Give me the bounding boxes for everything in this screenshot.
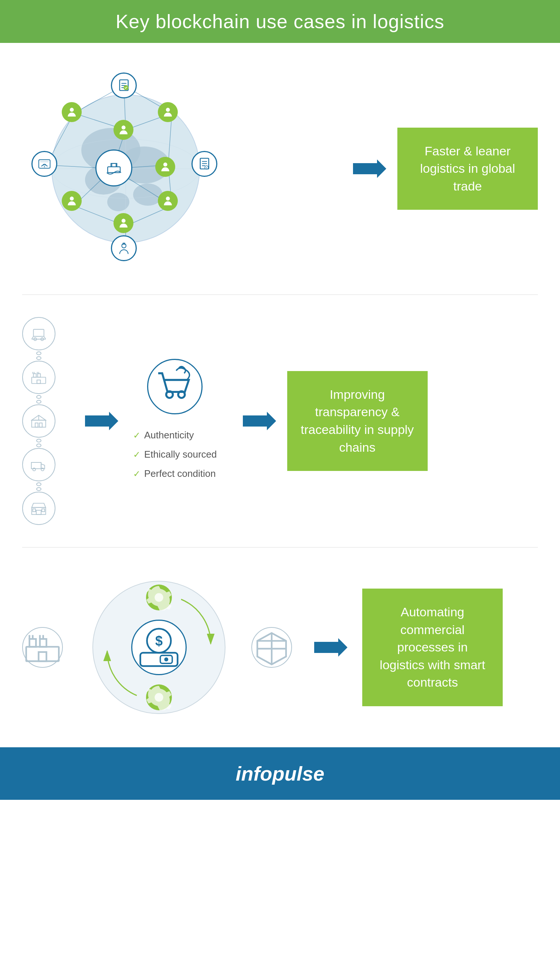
svg-point-98: [164, 658, 168, 661]
store-circle: [22, 492, 56, 525]
chain-item-truck: [22, 448, 56, 481]
person-7-icon: [118, 217, 129, 229]
svg-rect-67: [35, 423, 38, 427]
result-text-1: Faster & leaner logistics in global trad…: [408, 142, 527, 195]
mining-cart-icon: [30, 325, 47, 342]
smart-factory-icon: [23, 631, 62, 664]
wifi-icon: [37, 157, 51, 171]
svg-point-80: [178, 391, 185, 398]
node-person-6: [158, 191, 178, 211]
smart-gear-top: [146, 584, 172, 610]
chain-item-factory: [22, 361, 56, 394]
section1-right: Faster & leaner logistics in global trad…: [229, 128, 538, 210]
node-receipt: $: [191, 151, 217, 177]
svg-text:$: $: [155, 634, 163, 648]
globe-diagram: $: [22, 65, 229, 272]
person-3-icon: [118, 124, 129, 136]
svg-point-93: [155, 593, 163, 602]
svg-rect-64: [37, 380, 40, 384]
svg-rect-77: [42, 509, 45, 512]
node-person-2: [158, 102, 178, 122]
checklist: Authenticity Ethically sourced Perfect c…: [133, 426, 217, 483]
person-5-icon: [66, 195, 78, 207]
svg-rect-34: [112, 163, 116, 167]
node-ship: [96, 149, 132, 186]
svg-marker-105: [314, 638, 348, 657]
chain-item-store: [22, 492, 56, 525]
box-circle: [251, 627, 292, 668]
section-supply-chain: Authenticity Ethically sourced Perfect c…: [0, 295, 560, 547]
supply-middle: Authenticity Ethically sourced Perfect c…: [133, 359, 217, 483]
checklist-item-2: Ethically sourced: [133, 445, 217, 464]
svg-point-45: [70, 197, 74, 200]
receipt-icon: $: [197, 157, 211, 171]
store-icon: [30, 499, 47, 517]
person-2-icon: [162, 106, 174, 118]
svg-rect-59: [38, 374, 41, 378]
chain-link-oval: [36, 352, 41, 355]
node-person-1: [62, 102, 82, 122]
svg-rect-58: [34, 374, 37, 378]
wallet-dollar-icon: $: [132, 621, 185, 674]
node-person-5: [62, 191, 82, 211]
result-text-3: Automating commercial processes in logis…: [373, 603, 491, 691]
chain-link-oval-3: [36, 395, 41, 399]
svg-point-100: [155, 693, 163, 701]
chain-link-oval-4: [36, 400, 41, 403]
chain-link-oval-8: [36, 487, 41, 491]
chain-link-2: [35, 394, 42, 404]
mining-circle: [22, 317, 56, 350]
factory-circle-1: [22, 361, 56, 394]
brand-name: infopulse: [15, 762, 545, 785]
svg-rect-33: [108, 167, 120, 173]
smart-factory-circle: [22, 627, 63, 668]
svg-point-36: [44, 166, 45, 167]
chain-link-4: [35, 481, 42, 492]
smart-box-icon-wrapper: [251, 627, 292, 668]
svg-rect-74: [36, 510, 41, 515]
person-1-icon: [66, 106, 78, 118]
document-icon: [117, 78, 131, 93]
smart-cart-circle: [147, 359, 203, 414]
person-4-icon: [159, 161, 171, 173]
node-document: [111, 72, 137, 98]
page-title: Key blockchain use cases in logistics: [15, 10, 545, 32]
svg-point-38: [163, 162, 168, 166]
brand-text: infopulse: [236, 762, 325, 785]
truck-circle: [22, 448, 56, 481]
truck-icon: [30, 456, 47, 473]
svg-point-30: [70, 108, 74, 112]
smart-cart-icon: [148, 360, 201, 413]
chain-link-oval-5: [36, 439, 41, 442]
node-person-7: [113, 213, 134, 233]
svg-rect-89: [38, 652, 46, 661]
svg-point-79: [166, 391, 173, 398]
section-smart-contracts: $: [0, 547, 560, 747]
chain-link-3: [35, 438, 42, 448]
page-header: Key blockchain use cases in logistics: [0, 0, 560, 43]
node-person-3: [113, 120, 134, 140]
svg-rect-68: [40, 423, 43, 427]
chain-link-1: [35, 350, 42, 361]
svg-rect-76: [33, 509, 36, 512]
chain-link-oval-6: [36, 443, 41, 447]
arrow-1: [353, 158, 386, 180]
gear-top-icon: [146, 584, 172, 610]
svg-line-52: [32, 337, 34, 339]
chain-item-warehouse: [22, 404, 56, 438]
svg-rect-83: [30, 639, 36, 646]
chain-item-mining: [22, 317, 56, 350]
checklist-item-1: Authenticity: [133, 426, 217, 445]
svg-rect-70: [32, 462, 41, 469]
chain-link-oval-7: [36, 482, 41, 486]
factory-icon: [30, 368, 47, 386]
person-6-icon: [162, 195, 174, 207]
supply-arrow-1: [85, 410, 118, 432]
node-person-4: [155, 157, 175, 177]
result-box-2: Improving transparency & traceability in…: [287, 371, 428, 471]
svg-rect-73: [32, 507, 46, 515]
smart-gear-bottom: [146, 685, 172, 710]
ship-icon: [104, 158, 124, 178]
section-globe: $: [0, 43, 560, 294]
smart-center-wallet: $: [131, 620, 187, 675]
